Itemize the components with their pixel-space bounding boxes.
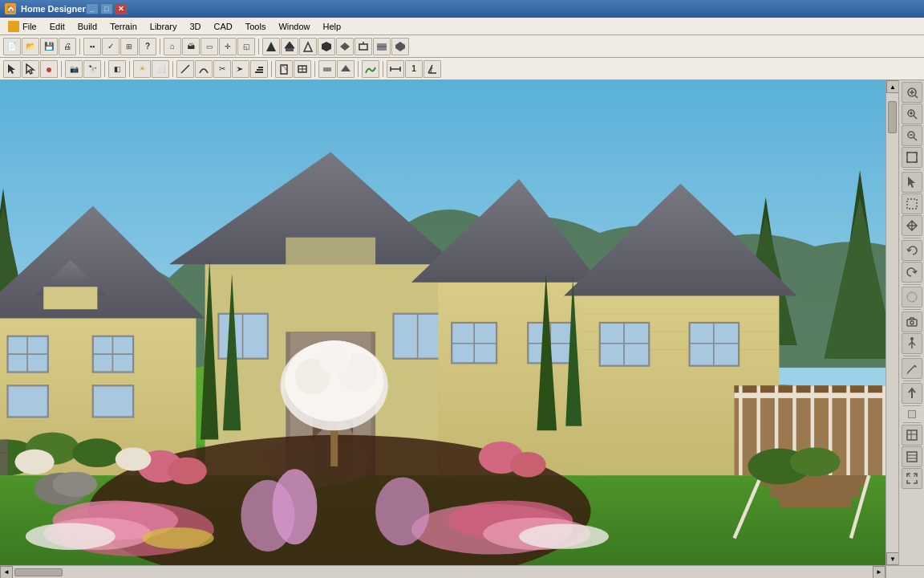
- maximize-button[interactable]: □: [100, 3, 113, 14]
- menu-item-3d[interactable]: 3D: [183, 18, 207, 35]
- manage-button[interactable]: ⊞: [120, 38, 138, 55]
- minimize-button[interactable]: _: [86, 3, 99, 14]
- walk-icon: [906, 337, 918, 350]
- edit-tool-button2[interactable]: [22, 60, 39, 78]
- scissors-tool-button[interactable]: ✂: [213, 60, 231, 78]
- menu-item-file[interactable]: File: [2, 18, 43, 35]
- zoom-in-button[interactable]: [902, 104, 922, 124]
- stair-tool-button[interactable]: [250, 60, 268, 78]
- sphere-icon: [906, 291, 918, 303]
- number-tool-button[interactable]: 1: [405, 60, 423, 78]
- undo-view-button[interactable]: [902, 240, 922, 261]
- line-icon: [180, 63, 191, 75]
- print-button[interactable]: 🖨: [59, 38, 76, 55]
- roof4-icon: [321, 41, 332, 52]
- door-tool-button[interactable]: [275, 60, 293, 78]
- expand-view-button[interactable]: [902, 468, 922, 489]
- redo-view-icon: [906, 266, 918, 279]
- scroll-indicator: [902, 408, 922, 421]
- scene-viewport: [0, 80, 886, 565]
- floorplan-button[interactable]: ⌂: [164, 38, 181, 55]
- separator: [314, 61, 315, 77]
- sphere-view-button[interactable]: [902, 287, 922, 307]
- right-panel-separator: [903, 422, 921, 423]
- roof3-button[interactable]: [299, 38, 317, 55]
- zoom-fit-button[interactable]: [902, 82, 922, 103]
- new-button[interactable]: 📄: [3, 38, 21, 55]
- pan-button[interactable]: [902, 215, 922, 236]
- hscroll-right-arrow[interactable]: ►: [873, 566, 886, 579]
- zoom-out-button[interactable]: [902, 125, 922, 146]
- close-button[interactable]: ✕: [115, 3, 128, 14]
- zoom-rect-button[interactable]: [902, 193, 922, 214]
- horizontal-scrollbar[interactable]: ◄ ►: [0, 565, 886, 578]
- help-button[interactable]: ?: [139, 38, 156, 55]
- menu-item-help[interactable]: Help: [317, 18, 348, 35]
- svg-point-120: [72, 438, 123, 467]
- app-title: Home Designer: [21, 4, 86, 14]
- roof1-button[interactable]: [262, 38, 280, 55]
- app-icon: 🏠: [5, 3, 16, 14]
- right-panel-scroll-spacer: [898, 565, 924, 578]
- edit-3d-button[interactable]: [902, 358, 922, 379]
- terrain-tool-button[interactable]: [362, 60, 379, 78]
- camera-interior-button[interactable]: 📷: [65, 60, 83, 78]
- roof7-button[interactable]: [373, 38, 391, 55]
- svg-rect-89: [865, 385, 868, 475]
- grid2-view-button[interactable]: [902, 446, 922, 467]
- perspective-button[interactable]: ◱: [237, 38, 255, 55]
- zoom-extent-button[interactable]: [902, 147, 922, 168]
- canvas-area[interactable]: [0, 80, 886, 565]
- separator: [129, 61, 130, 77]
- open-button[interactable]: 📂: [22, 38, 39, 55]
- wall-tool-button[interactable]: [318, 60, 336, 78]
- camera-tool-button[interactable]: [902, 311, 922, 332]
- select-view-button[interactable]: [902, 172, 922, 193]
- hscroll-left-arrow[interactable]: ◄: [0, 566, 13, 579]
- menu-item-library[interactable]: Library: [144, 18, 184, 35]
- right-panel-separator: [903, 356, 921, 356]
- select-tool-button[interactable]: [3, 60, 21, 78]
- vscroll-down-arrow[interactable]: ▼: [886, 552, 899, 565]
- menu-item-build[interactable]: Build: [71, 18, 103, 35]
- point-tool-button[interactable]: ●: [40, 60, 58, 78]
- elevation-button[interactable]: ▭: [201, 38, 218, 55]
- panel-button[interactable]: ▪▪: [83, 38, 101, 55]
- vscroll-thumb[interactable]: [888, 101, 897, 133]
- hscroll-thumb[interactable]: [14, 568, 63, 576]
- menu-item-window[interactable]: Window: [272, 18, 316, 35]
- menu-item-edit[interactable]: Edit: [43, 18, 71, 35]
- up-view-button[interactable]: [902, 383, 922, 404]
- redo-view-button[interactable]: [902, 262, 922, 283]
- panel-view-button[interactable]: ◧: [108, 60, 126, 78]
- svg-rect-92: [735, 393, 886, 398]
- check-button[interactable]: ✓: [102, 38, 120, 55]
- vertical-scrollbar[interactable]: ▲ ▼: [886, 80, 898, 565]
- arrow-tool-button[interactable]: [232, 60, 249, 78]
- camera-exterior-button[interactable]: 🔭: [83, 60, 101, 78]
- cross-section-button[interactable]: ✛: [219, 38, 237, 55]
- walk-button[interactable]: [902, 333, 922, 354]
- angle-tool-button[interactable]: [424, 60, 441, 78]
- roof4-button[interactable]: [318, 38, 335, 55]
- roof8-button[interactable]: [391, 38, 409, 55]
- line-tool-button[interactable]: [176, 60, 194, 78]
- camera-view-button[interactable]: 🏔: [182, 38, 200, 55]
- roof-tool-button[interactable]: [337, 60, 355, 78]
- save-button[interactable]: 💾: [40, 38, 58, 55]
- svg-marker-151: [908, 177, 915, 188]
- material-tool-button[interactable]: ⬜: [152, 60, 169, 78]
- roof5-button[interactable]: [336, 38, 354, 55]
- window-tool-button[interactable]: [294, 60, 311, 78]
- hscroll-track: [13, 566, 873, 578]
- grid-view-button[interactable]: [902, 425, 922, 446]
- menu-item-tools[interactable]: Tools: [239, 18, 273, 35]
- menu-item-terrain[interactable]: Terrain: [103, 18, 144, 35]
- sun-tool-button[interactable]: ☀: [133, 60, 151, 78]
- vscroll-up-arrow[interactable]: ▲: [886, 80, 899, 93]
- roof2-button[interactable]: [281, 38, 298, 55]
- dimension-tool-button[interactable]: [387, 60, 404, 78]
- menu-item-cad[interactable]: CAD: [207, 18, 238, 35]
- roof6-button[interactable]: [355, 38, 372, 55]
- arc-tool-button[interactable]: [195, 60, 213, 78]
